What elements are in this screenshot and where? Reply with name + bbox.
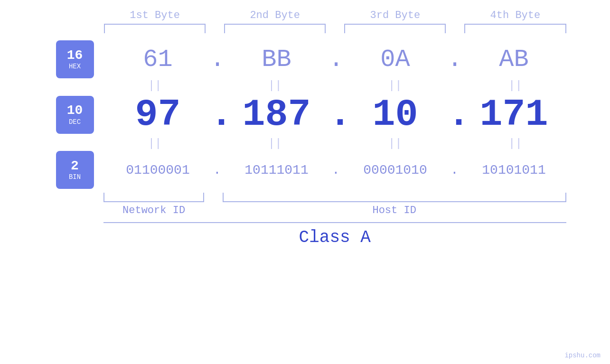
bottom-brackets-row: Network ID Host ID (44, 193, 566, 216)
equals-2-4: || (464, 137, 566, 150)
dec-octet-4: 171 (462, 93, 566, 136)
bin-octet-2: 10111011 (225, 163, 329, 177)
bin-octet-1: 01100001 (106, 163, 210, 177)
dec-dot-3: . (448, 93, 462, 136)
hex-badge: 16 HEX (56, 40, 94, 78)
hex-octet-4: AB (462, 46, 566, 74)
host-id-label: Host ID (223, 205, 566, 216)
equals-2-1: || (104, 137, 206, 150)
hex-octet-2: BB (225, 46, 329, 74)
dec-octet-3: 10 (343, 93, 448, 136)
bin-dot-1: . (210, 163, 225, 177)
hex-dot-2: . (329, 46, 343, 74)
bin-base-label: BIN (69, 173, 81, 181)
dec-dot-2: . (329, 93, 343, 136)
dec-base-num: 10 (67, 103, 83, 118)
top-bracket-1 (104, 24, 206, 33)
equals-1-2: || (224, 79, 326, 92)
top-bracket-3 (344, 24, 446, 33)
equals-1-3: || (344, 79, 446, 92)
equals-2-2: || (224, 137, 326, 150)
bin-octet-3: 00001010 (343, 163, 448, 177)
dec-octet-2: 187 (225, 93, 329, 136)
network-id-bracket (103, 193, 204, 202)
network-id-label: Network ID (103, 205, 204, 216)
byte3-header: 3rd Byte (344, 9, 446, 21)
host-id-bracket (223, 193, 566, 202)
hex-dot-3: . (448, 46, 462, 74)
bin-dot-3: . (448, 163, 462, 177)
equals-1-1: || (104, 79, 206, 92)
hex-octet-1: 61 (106, 46, 210, 74)
class-label: Class A (299, 228, 371, 247)
bin-dot-2: . (329, 163, 343, 177)
top-bracket-2 (224, 24, 326, 33)
hex-base-num: 16 (67, 48, 83, 63)
dec-dot-1: . (210, 93, 225, 136)
bin-base-num: 2 (71, 159, 79, 174)
dec-badge: 10 DEC (56, 96, 94, 134)
class-row: Class A (44, 222, 566, 247)
bin-row: 2 BIN 01100001 . 10111011 . 00001010 . 1… (44, 151, 566, 189)
equals-row-2: || || || || (44, 137, 566, 150)
bin-octet-4: 10101011 (462, 163, 566, 177)
byte4-header: 4th Byte (464, 9, 566, 21)
dec-octet-1: 97 (106, 93, 210, 136)
main-container: 1st Byte 2nd Byte 3rd Byte 4th Byte 16 H… (0, 0, 610, 364)
hex-base-label: HEX (69, 63, 81, 70)
watermark: ipshu.com (564, 352, 601, 359)
top-brackets-row (44, 24, 566, 33)
top-bracket-4 (464, 24, 566, 33)
hex-dot-1: . (210, 46, 225, 74)
dec-row: 10 DEC 97 . 187 . 10 . 171 (44, 93, 566, 136)
bin-badge: 2 BIN (56, 151, 94, 189)
equals-row-1: || || || || (44, 79, 566, 92)
equals-2-3: || (344, 137, 446, 150)
dec-base-label: DEC (69, 118, 81, 126)
hex-row: 16 HEX 61 . BB . 0A . AB (44, 40, 566, 78)
hex-octet-3: 0A (343, 46, 448, 74)
byte1-header: 1st Byte (104, 9, 206, 21)
equals-1-4: || (464, 79, 566, 92)
byte-headers-row: 1st Byte 2nd Byte 3rd Byte 4th Byte (44, 9, 566, 21)
byte2-header: 2nd Byte (224, 9, 326, 21)
